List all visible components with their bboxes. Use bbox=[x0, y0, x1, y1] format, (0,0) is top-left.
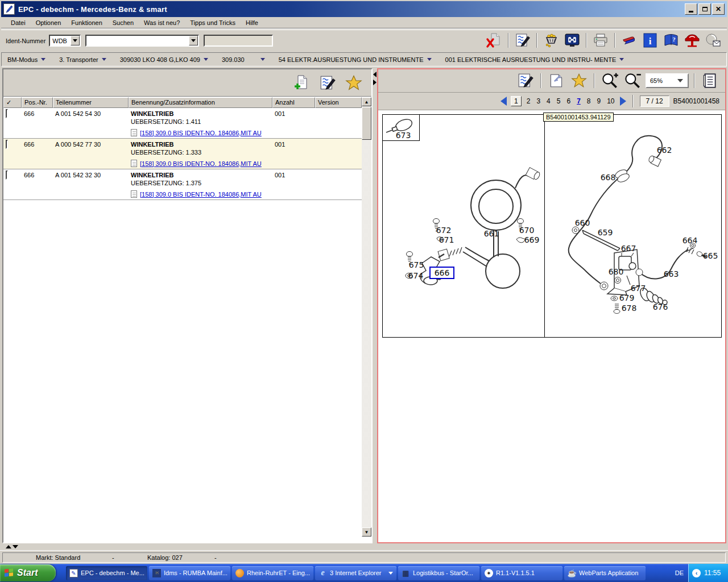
part-label-667[interactable]: 667 bbox=[621, 244, 636, 253]
vehicle-lift-icon[interactable] bbox=[683, 32, 701, 49]
row-checkbox[interactable] bbox=[6, 171, 8, 180]
fit-page-icon[interactable] bbox=[547, 72, 566, 90]
col-benennung[interactable]: Benennung/Zusatzinformation bbox=[129, 97, 272, 108]
crumb-gruppe[interactable]: 54 ELEKTR.AUSRUESTUNG UND INSTRUMENTE bbox=[279, 56, 432, 63]
footnote-doc-icon[interactable] bbox=[131, 160, 137, 167]
menu-tipps[interactable]: Tipps und Tricks bbox=[185, 18, 241, 28]
menu-hilfe[interactable]: Hilfe bbox=[241, 18, 263, 28]
part-label-663[interactable]: 663 bbox=[664, 269, 679, 278]
horizontal-splitter[interactable] bbox=[6, 545, 18, 548]
part-label-661[interactable]: 661 bbox=[484, 229, 499, 238]
collapse-left-icon[interactable] bbox=[373, 72, 377, 77]
panel-splitter[interactable] bbox=[373, 68, 377, 543]
page-number-4[interactable]: 4 bbox=[545, 97, 552, 105]
tray-chevron-icon[interactable]: ‹ bbox=[692, 569, 701, 577]
page-number-3[interactable]: 3 bbox=[535, 97, 541, 105]
part-label-659[interactable]: 659 bbox=[598, 228, 613, 237]
crumb-untergruppe[interactable]: 001 ELEKTRISCHE AUSRUESTUNG UND INSTRU- … bbox=[445, 56, 624, 63]
taskbar-button[interactable]: Rhein-RuhrET - Eing... bbox=[232, 566, 313, 580]
collapse-down-icon[interactable] bbox=[13, 545, 18, 548]
part-label-674[interactable]: 674 bbox=[408, 271, 424, 280]
menu-datei[interactable]: Datei bbox=[6, 18, 31, 28]
col-version[interactable]: Version bbox=[315, 97, 362, 108]
start-button[interactable]: Start bbox=[0, 564, 56, 581]
part-label-665[interactable]: 665 bbox=[703, 251, 718, 260]
part-label-668[interactable]: 668 bbox=[601, 173, 616, 182]
task-group-arrow-icon[interactable] bbox=[388, 572, 393, 575]
table-row[interactable]: 666 A 000 542 77 30 WINKELTRIEB UEBERSET… bbox=[3, 139, 362, 169]
close-button[interactable]: ✕ bbox=[712, 3, 725, 15]
col-check[interactable]: ✓ bbox=[3, 97, 22, 108]
scroll-up-button[interactable]: ▲ bbox=[362, 97, 371, 106]
part-label-671[interactable]: 671 bbox=[439, 235, 454, 244]
menu-funktionen[interactable]: Funktionen bbox=[66, 18, 107, 28]
help-book-icon[interactable]: ? bbox=[662, 32, 680, 49]
parts-diagram[interactable]: 6736626686726716616706696606596676646656… bbox=[382, 114, 722, 338]
part-label-680[interactable]: 680 bbox=[609, 267, 624, 276]
page-number-1[interactable]: 1 bbox=[511, 96, 522, 106]
taskbar-button[interactable]: ✎EPC - debechm - Me... bbox=[66, 566, 147, 580]
page-number-5[interactable]: 5 bbox=[556, 97, 562, 105]
scroll-down-button[interactable]: ▼ bbox=[362, 527, 371, 537]
page-number-6[interactable]: 6 bbox=[565, 97, 572, 105]
footnote-doc-icon[interactable] bbox=[131, 129, 137, 136]
add-document-icon[interactable] bbox=[292, 74, 311, 92]
table-row[interactable]: 666 A 001 542 54 30 WINKELTRIEB UEBERSET… bbox=[3, 108, 362, 139]
part-label-676[interactable]: 676 bbox=[653, 302, 668, 311]
previous-page-icon[interactable] bbox=[500, 97, 507, 106]
page-number-7[interactable]: 7 bbox=[576, 97, 582, 105]
next-page-icon[interactable] bbox=[620, 97, 626, 106]
part-label-673[interactable]: 673 bbox=[396, 131, 411, 140]
col-pos-nr[interactable]: Pos.-Nr. bbox=[22, 97, 53, 108]
menu-was-ist-neu[interactable]: Was ist neu? bbox=[139, 18, 185, 28]
part-label-664[interactable]: 664 bbox=[682, 236, 698, 245]
notes-edit-icon[interactable] bbox=[514, 32, 532, 49]
notes-edit-icon[interactable] bbox=[318, 74, 337, 92]
wdb-combo[interactable]: WDB bbox=[49, 35, 81, 47]
footnote-link[interactable]: [158] 309.0 BIS IDENT-NO. 184086,MIT AU bbox=[140, 160, 262, 167]
col-anzahl[interactable]: Anzahl bbox=[272, 97, 315, 108]
collapse-right-icon[interactable] bbox=[373, 80, 377, 85]
part-label-669[interactable]: 669 bbox=[524, 235, 540, 244]
footnote-link[interactable]: [158] 309.0 BIS IDENT-NO. 184086,MIT AU bbox=[140, 130, 262, 136]
part-label-662[interactable]: 662 bbox=[657, 146, 672, 155]
wdb-combo-arrow[interactable] bbox=[71, 36, 80, 45]
taskbar-button[interactable]: ⁙Idms - RUMBA Mainf... bbox=[149, 566, 230, 580]
language-indicator[interactable]: DE bbox=[671, 569, 688, 576]
part-label-660[interactable]: 660 bbox=[575, 218, 590, 227]
scrollbar-thumb[interactable] bbox=[362, 107, 371, 140]
page-number-8[interactable]: 8 bbox=[586, 97, 592, 105]
menu-optionen[interactable]: Optionen bbox=[31, 18, 67, 28]
ident-combo-arrow[interactable] bbox=[189, 36, 198, 45]
zoom-level-combo[interactable]: 65% bbox=[646, 73, 689, 88]
menu-suchen[interactable]: Suchen bbox=[107, 18, 139, 28]
notes-edit-icon[interactable] bbox=[516, 72, 535, 90]
footnote-link[interactable]: [158] 309.0 BIS IDENT-NO. 184086,MIT AU bbox=[140, 191, 262, 198]
part-label-672[interactable]: 672 bbox=[436, 226, 452, 235]
part-label-677[interactable]: 677 bbox=[631, 284, 646, 293]
expand-up-icon[interactable] bbox=[6, 545, 11, 548]
col-teilenummer[interactable]: Teilenummer bbox=[53, 97, 129, 108]
eraser-icon[interactable] bbox=[620, 32, 638, 49]
zoom-out-icon[interactable] bbox=[623, 72, 642, 90]
crumb-transporter[interactable]: 3. Transporter bbox=[59, 56, 106, 63]
print-icon[interactable] bbox=[592, 32, 610, 49]
maximize-button[interactable] bbox=[698, 3, 711, 15]
crumb-bm-modus[interactable]: BM-Modus bbox=[7, 56, 46, 63]
part-label-670[interactable]: 670 bbox=[519, 226, 535, 235]
row-checkbox[interactable] bbox=[6, 109, 8, 118]
row-checkbox[interactable] bbox=[6, 140, 8, 149]
minimize-button[interactable] bbox=[685, 3, 697, 15]
shopping-basket-icon[interactable] bbox=[542, 32, 560, 49]
zoom-in-icon[interactable] bbox=[600, 72, 619, 90]
info-icon[interactable]: i bbox=[641, 32, 659, 49]
part-label-678[interactable]: 678 bbox=[622, 304, 637, 313]
favorite-star-icon[interactable] bbox=[569, 72, 589, 90]
page-number-10[interactable]: 10 bbox=[606, 97, 615, 105]
vertical-scrollbar[interactable]: ▲ ▼ bbox=[362, 97, 371, 537]
page-number-2[interactable]: 2 bbox=[526, 97, 532, 105]
taskbar-button[interactable]: e3 Internet Explorer bbox=[315, 566, 396, 580]
crumb-motor[interactable]: 309.030 bbox=[222, 56, 265, 63]
table-row[interactable]: 666 A 001 542 32 30 WINKELTRIEB UEBERSET… bbox=[3, 169, 362, 200]
ident-number-input[interactable] bbox=[85, 35, 199, 47]
